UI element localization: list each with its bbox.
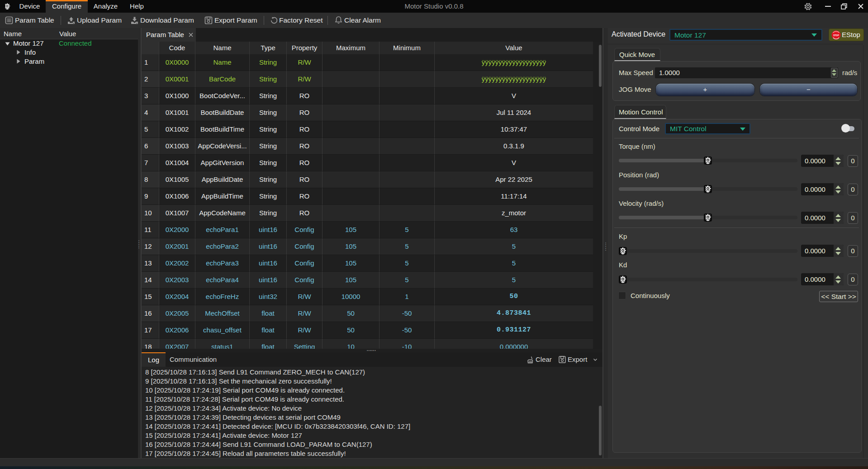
svg-text:STOP: STOP xyxy=(833,34,839,37)
